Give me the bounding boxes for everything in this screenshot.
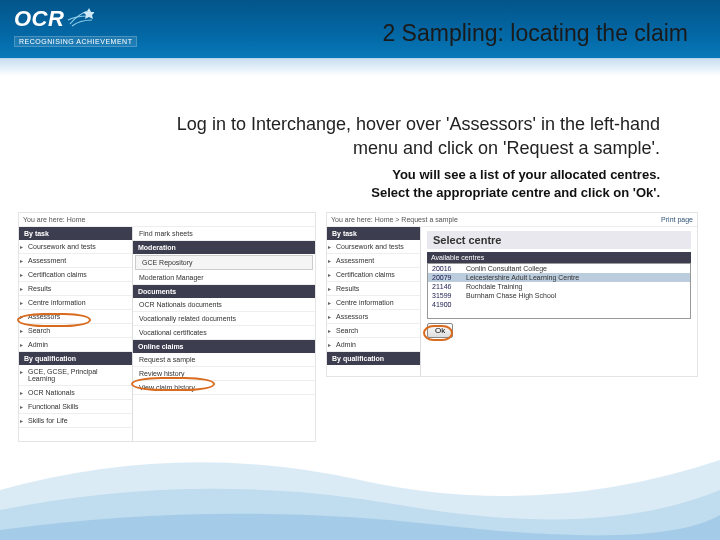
list-item: 21146Rochdale Training bbox=[428, 282, 690, 291]
section-by-qual: By qualification bbox=[19, 352, 132, 365]
brand-logo: OCR RECOGNISING ACHIEVEMENT bbox=[14, 6, 137, 47]
left-sidebar: By task Coursework and tests Assessment … bbox=[19, 227, 133, 441]
flyout-item-view-claim[interactable]: View claim history bbox=[133, 381, 315, 395]
svg-marker-0 bbox=[83, 8, 94, 19]
centre-listbox[interactable]: 20016Conlin Consultant College 20079Leic… bbox=[427, 263, 691, 319]
sidebar-item-admin[interactable]: Admin bbox=[19, 338, 132, 352]
r-item-certification[interactable]: Certification claims bbox=[327, 268, 420, 282]
breadcrumb-right: You are here: Home > Request a sample Pr… bbox=[327, 213, 697, 227]
screenshot-left: You are here: Home By task Coursework an… bbox=[18, 212, 316, 442]
breadcrumb-text: You are here: Home > Request a sample bbox=[331, 216, 458, 223]
slide-title: 2 Sampling: locating the claim bbox=[382, 20, 688, 47]
flyout-item-vocdocs[interactable]: Vocationally related documents bbox=[133, 312, 315, 326]
sidebar-item-coursework[interactable]: Coursework and tests bbox=[19, 240, 132, 254]
r-item-assessors[interactable]: Assessors bbox=[327, 310, 420, 324]
select-centre-panel: Select centre Available centres 20016Con… bbox=[421, 227, 697, 376]
sidebar-item-nationals[interactable]: OCR Nationals bbox=[19, 386, 132, 400]
r-item-search[interactable]: Search bbox=[327, 324, 420, 338]
r-section-by-task: By task bbox=[327, 227, 420, 240]
section-online-claims: Online claims bbox=[133, 340, 315, 353]
sidebar-item-results[interactable]: Results bbox=[19, 282, 132, 296]
r-item-coursework[interactable]: Coursework and tests bbox=[327, 240, 420, 254]
r-section-by-qual: By qualification bbox=[327, 352, 420, 365]
print-link[interactable]: Print page bbox=[661, 216, 693, 223]
screenshot-right: You are here: Home > Request a sample Pr… bbox=[326, 212, 698, 377]
sidebar-item-centre-info[interactable]: Centre information bbox=[19, 296, 132, 310]
sidebar-item-assessment[interactable]: Assessment bbox=[19, 254, 132, 268]
flyout-item-modmanager[interactable]: Moderation Manager bbox=[133, 271, 315, 285]
brand-name: OCR bbox=[14, 6, 64, 32]
sidebar-item-functional[interactable]: Functional Skills bbox=[19, 400, 132, 414]
flyout-item-repository[interactable]: GCE Repository bbox=[135, 255, 313, 270]
r-item-assessment[interactable]: Assessment bbox=[327, 254, 420, 268]
star-icon bbox=[66, 6, 94, 34]
sidebar-item-skills[interactable]: Skills for Life bbox=[19, 414, 132, 428]
flyout-item-review-history[interactable]: Review history bbox=[133, 367, 315, 381]
section-moderation: Moderation bbox=[133, 241, 315, 254]
sidebar-item-search[interactable]: Search bbox=[19, 324, 132, 338]
r-item-results[interactable]: Results bbox=[327, 282, 420, 296]
section-documents: Documents bbox=[133, 285, 315, 298]
list-item: 31599Burnham Chase High School bbox=[428, 291, 690, 300]
r-item-centre-info[interactable]: Centre information bbox=[327, 296, 420, 310]
sidebar-item-certification[interactable]: Certification claims bbox=[19, 268, 132, 282]
right-sidebar: By task Coursework and tests Assessment … bbox=[327, 227, 421, 376]
ok-button[interactable]: Ok bbox=[427, 323, 453, 338]
r-item-admin[interactable]: Admin bbox=[327, 338, 420, 352]
section-by-task: By task bbox=[19, 227, 132, 240]
sidebar-item-gce[interactable]: GCE, GCSE, Principal Learning bbox=[19, 365, 132, 386]
flyout-item-natdocs[interactable]: OCR Nationals documents bbox=[133, 298, 315, 312]
sidebar-item-assessors[interactable]: Assessors bbox=[19, 310, 132, 324]
flyout-item-voccerts[interactable]: Vocational certificates bbox=[133, 326, 315, 340]
available-label: Available centres bbox=[427, 252, 691, 263]
list-item: 20079Leicestershire Adult Learning Centr… bbox=[428, 273, 690, 282]
flyout-item-marksheets[interactable]: Find mark sheets bbox=[133, 227, 315, 241]
instruction-text: Log in to Interchange, hover over 'Asses… bbox=[150, 112, 660, 161]
flyout-item-request-sample[interactable]: Request a sample bbox=[133, 353, 315, 367]
panel-title: Select centre bbox=[427, 231, 691, 249]
list-item: 41900 bbox=[428, 300, 690, 309]
divider-swoosh bbox=[0, 58, 720, 76]
list-item: 20016Conlin Consultant College bbox=[428, 264, 690, 273]
sub-line-1: You will see a list of your allocated ce… bbox=[392, 167, 660, 182]
sub-line-2: Select the appropriate centre and click … bbox=[371, 185, 660, 200]
breadcrumb: You are here: Home bbox=[19, 213, 315, 227]
left-flyout: Find mark sheets Moderation GCE Reposito… bbox=[133, 227, 315, 441]
brand-tagline: RECOGNISING ACHIEVEMENT bbox=[14, 36, 137, 47]
sub-instructions: You will see a list of your allocated ce… bbox=[260, 166, 660, 201]
